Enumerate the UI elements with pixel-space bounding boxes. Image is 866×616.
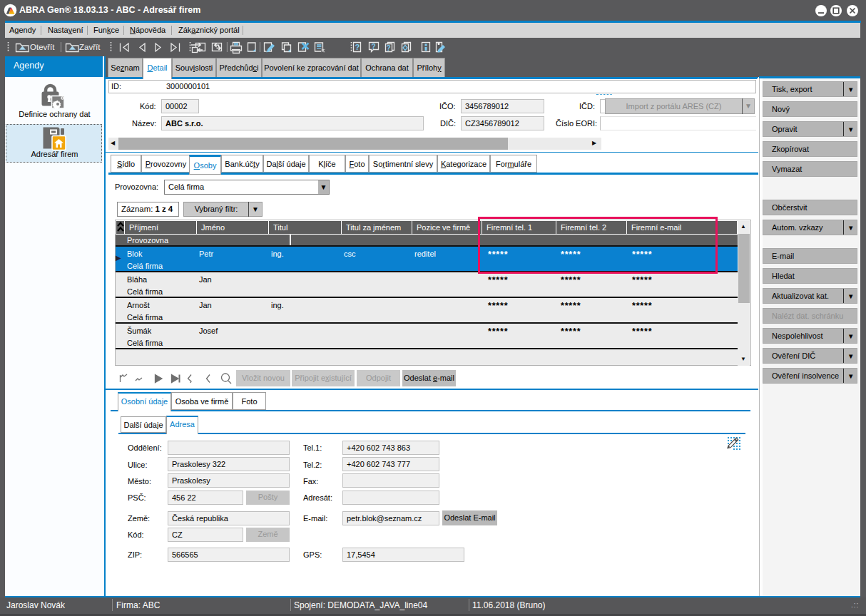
svg-text:?: ? xyxy=(355,43,360,51)
svg-text:?: ? xyxy=(372,43,376,51)
svg-text:?: ? xyxy=(387,44,391,52)
